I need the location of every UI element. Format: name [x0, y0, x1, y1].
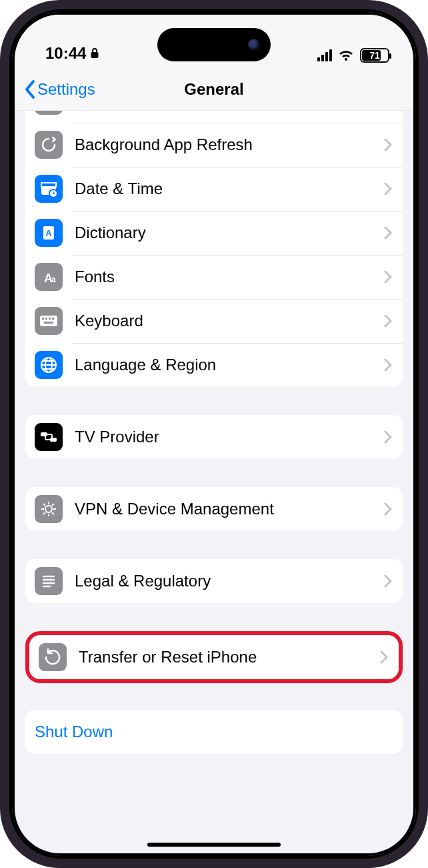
dynamic-island [157, 28, 271, 61]
row-autofill-passwords[interactable]: AutoFill & Passwords [25, 111, 403, 123]
row-legal-regulatory[interactable]: Legal & Regulatory [25, 559, 403, 603]
settings-group-tv: TV Provider [25, 415, 403, 459]
row-label: Dictionary [75, 224, 384, 242]
svg-rect-11 [42, 318, 44, 320]
row-transfer-reset-iphone[interactable]: Transfer or Reset iPhone [29, 635, 399, 679]
settings-group-input: AutoFill & Passwords Background App Refr… [25, 111, 403, 387]
volume-down-button [0, 302, 4, 363]
chevron-right-icon [384, 182, 392, 195]
power-button [424, 254, 428, 347]
reset-icon [39, 643, 67, 671]
dictionary-icon: A [35, 219, 63, 247]
row-fonts[interactable]: Aa Fonts [25, 255, 403, 299]
row-keyboard[interactable]: Keyboard [25, 299, 403, 343]
back-label: Settings [37, 80, 95, 99]
svg-rect-13 [49, 318, 51, 320]
document-lines-icon [35, 567, 63, 595]
row-label: Keyboard [75, 312, 384, 330]
chevron-right-icon [384, 270, 392, 284]
svg-text:A: A [45, 228, 52, 238]
svg-rect-4 [41, 183, 56, 187]
settings-group-reset: Transfer or Reset iPhone [29, 635, 399, 679]
row-label: TV Provider [75, 428, 384, 446]
side-button [0, 159, 4, 191]
gear-icon [35, 495, 63, 523]
row-label: VPN & Device Management [75, 500, 384, 518]
chevron-right-icon [384, 574, 392, 588]
chevron-right-icon [384, 138, 392, 151]
chevron-right-icon [384, 314, 392, 328]
row-label: Shut Down [35, 723, 392, 741]
highlight-annotation: Transfer or Reset iPhone [25, 631, 403, 683]
row-vpn-device-management[interactable]: VPN & Device Management [25, 487, 403, 531]
content-scroll[interactable]: AutoFill & Passwords Background App Refr… [15, 111, 413, 853]
svg-rect-18 [41, 432, 47, 436]
calendar-clock-icon [35, 175, 63, 203]
refresh-icon [35, 131, 63, 159]
status-time: 10:44 [45, 44, 86, 63]
screen: 10:44 71 Settings General [15, 15, 413, 853]
svg-rect-14 [52, 318, 54, 320]
battery-percent: 71 [369, 50, 380, 61]
chevron-right-icon [384, 430, 392, 444]
nav-bar: Settings General [15, 68, 413, 111]
svg-text:a: a [51, 275, 56, 284]
camera-dot [248, 39, 260, 51]
row-date-time[interactable]: Date & Time [25, 167, 403, 211]
row-background-app-refresh[interactable]: Background App Refresh [25, 123, 403, 167]
row-label: Legal & Regulatory [75, 572, 384, 590]
row-label: Background App Refresh [75, 135, 384, 154]
row-language-region[interactable]: Language & Region [25, 343, 403, 387]
autofill-icon [35, 111, 63, 115]
keyboard-icon [35, 307, 63, 335]
row-shut-down[interactable]: Shut Down [25, 710, 403, 754]
back-button[interactable]: Settings [24, 79, 95, 99]
chevron-right-icon [384, 358, 392, 372]
row-label: Transfer or Reset iPhone [79, 648, 380, 667]
svg-rect-12 [45, 318, 47, 320]
chevron-right-icon [384, 226, 392, 240]
wifi-icon [337, 49, 355, 62]
home-indicator[interactable] [147, 843, 281, 847]
row-tv-provider[interactable]: TV Provider [25, 415, 403, 459]
settings-group-vpn: VPN & Device Management [25, 487, 403, 531]
settings-group-legal: Legal & Regulatory [25, 559, 403, 603]
globe-icon [35, 351, 63, 379]
fonts-icon: Aa [35, 263, 63, 291]
settings-group-shutdown: Shut Down [25, 710, 403, 754]
chevron-right-icon [380, 650, 388, 664]
svg-rect-0 [91, 52, 99, 58]
row-dictionary[interactable]: A Dictionary [25, 211, 403, 255]
row-label: Date & Time [75, 179, 384, 198]
lock-icon [90, 47, 99, 59]
chevron-right-icon [384, 502, 392, 516]
svg-rect-15 [44, 322, 53, 324]
volume-up-button [0, 227, 4, 288]
chevron-left-icon [24, 79, 36, 99]
row-label: Language & Region [75, 356, 384, 374]
tv-provider-icon [35, 423, 63, 451]
svg-rect-19 [50, 438, 57, 442]
svg-point-20 [45, 506, 52, 512]
row-label: Fonts [75, 268, 384, 286]
cellular-signal-icon [317, 49, 332, 61]
battery-indicator: 71 [360, 48, 389, 63]
svg-rect-10 [40, 316, 57, 326]
